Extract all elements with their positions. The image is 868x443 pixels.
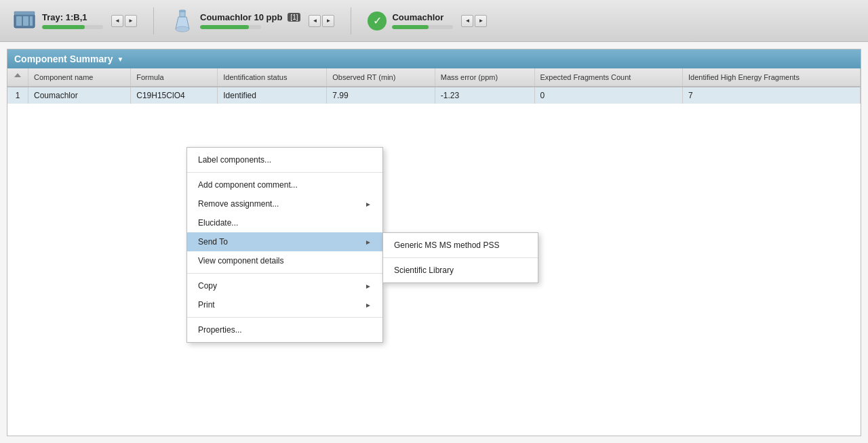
toolbar-divider-2 [351, 7, 351, 35]
sample-label: Coumachlor 10 ppb [200, 12, 282, 22]
menu-send-to-arrow: ► [365, 238, 372, 246]
row-component-name: Coumachlor [28, 87, 131, 104]
menu-generic-msms-text: Generic MS MS method PSS [394, 240, 499, 250]
menu-separator-3 [187, 317, 382, 318]
toolbar-divider-1 [153, 7, 154, 35]
col-mass-error: Mass error (ppm) [435, 68, 534, 87]
menu-separator-1 [187, 172, 382, 173]
menu-item-copy[interactable]: Copy ► [187, 276, 382, 295]
compound-label: Coumachlor [392, 12, 453, 22]
col-high-energy-fragments: Identified High Energy Fragments [683, 68, 861, 87]
menu-item-print[interactable]: Print ► [187, 295, 382, 314]
menu-send-to-text: Send To [198, 237, 228, 247]
compound-item: ✓ Coumachlor ◄ ► [362, 9, 492, 33]
compound-text: Coumachlor [392, 12, 453, 29]
submenu-separator-1 [383, 257, 538, 258]
sample-progress [200, 25, 261, 29]
menu-item-view-details[interactable]: View component details [187, 251, 382, 270]
toolbar: Tray: 1:B,1 ◄ ► Coumachlor 10 ppb [1] [0, 0, 868, 42]
compound-next-button[interactable]: ► [475, 15, 487, 27]
menu-item-add-comment[interactable]: Add component comment... [187, 175, 382, 194]
menu-item-properties[interactable]: Properties... [187, 320, 382, 339]
menu-remove-assignment-arrow: ► [365, 201, 372, 208]
main-content: Component Summary ▼ Component name Formu… [0, 42, 868, 443]
svg-rect-1 [16, 16, 22, 26]
table-header-row: Component name Formula Identification st… [7, 68, 861, 87]
sample-nav: ◄ ► [309, 15, 334, 27]
menu-label-components-text: Label components... [198, 155, 271, 165]
row-expected-fragments: 0 [534, 87, 683, 104]
compound-nav: ◄ ► [461, 15, 487, 27]
svg-point-7 [176, 26, 189, 32]
menu-print-arrow: ► [365, 301, 372, 309]
row-id-status: Identified [218, 87, 327, 104]
sample-next-button[interactable]: ► [322, 15, 334, 27]
svg-rect-2 [23, 16, 28, 26]
compound-progress-bar [392, 25, 429, 29]
sample-icon [170, 9, 195, 33]
col-expected-fragments: Expected Fragments Count [534, 68, 683, 87]
sample-prev-button[interactable]: ◄ [309, 15, 321, 27]
col-component-name: Component name [28, 68, 131, 87]
svg-rect-3 [30, 16, 33, 26]
menu-scientific-library-text: Scientific Library [394, 266, 454, 275]
row-mass-error: -1.23 [435, 87, 534, 104]
panel-header: Component Summary ▼ [7, 49, 861, 68]
col-observed-rt: Observed RT (min) [327, 68, 435, 87]
col-formula: Formula [131, 68, 218, 87]
context-menu: Label components... Add component commen… [186, 147, 383, 343]
col-id-status: Identification status [218, 68, 327, 87]
menu-properties-text: Properties... [198, 325, 242, 335]
row-num: 1 [7, 87, 28, 104]
tray-item: Tray: 1:B,1 ◄ ► [7, 6, 142, 36]
menu-item-send-to[interactable]: Send To ► Generic MS MS method PSS Scien… [187, 232, 382, 251]
menu-add-comment-text: Add component comment... [198, 180, 298, 190]
compound-prev-button[interactable]: ◄ [461, 15, 473, 27]
menu-view-details-text: View component details [198, 256, 284, 266]
menu-separator-2 [187, 273, 382, 274]
tray-text: Tray: 1:B,1 [42, 12, 103, 29]
tray-prev-button[interactable]: ◄ [111, 15, 123, 27]
tray-icon [12, 9, 37, 33]
row-formula: C19H15ClO4 [131, 87, 218, 104]
compound-check-icon: ✓ [368, 12, 387, 30]
svg-rect-8 [179, 10, 186, 12]
data-table: Component name Formula Identification st… [7, 68, 861, 104]
send-to-submenu: Generic MS MS method PSS Scientific Libr… [382, 232, 538, 283]
menu-copy-text: Copy [198, 281, 217, 291]
menu-item-elucidate[interactable]: Elucidate... [187, 213, 382, 232]
panel-title: Component Summary [14, 54, 113, 64]
col-sort [7, 68, 28, 87]
panel-dropdown-arrow[interactable]: ▼ [117, 56, 123, 63]
menu-print-text: Print [198, 300, 215, 310]
row-observed-rt: 7.99 [327, 87, 435, 104]
sample-text: Coumachlor 10 ppb [1] [200, 12, 300, 29]
svg-marker-9 [14, 73, 21, 77]
menu-item-scientific-library[interactable]: Scientific Library [383, 261, 538, 280]
sample-progress-bar [200, 25, 249, 29]
menu-elucidate-text: Elucidate... [198, 218, 238, 228]
tray-progress-bar [42, 25, 85, 29]
row-high-energy-fragments: 7 [683, 87, 861, 104]
table-row[interactable]: 1 Coumachlor C19H15ClO4 Identified 7.99 … [7, 87, 861, 104]
compound-progress [392, 25, 453, 29]
tray-next-button[interactable]: ► [125, 15, 137, 27]
tray-nav: ◄ ► [111, 15, 137, 27]
menu-item-generic-msms[interactable]: Generic MS MS method PSS [383, 236, 538, 255]
menu-copy-arrow: ► [365, 282, 372, 290]
menu-remove-assignment-text: Remove assignment... [198, 199, 279, 209]
menu-item-remove-assignment[interactable]: Remove assignment... ► [187, 194, 382, 213]
sample-item: Coumachlor 10 ppb [1] ◄ ► [165, 6, 340, 36]
tray-label: Tray: 1:B,1 [42, 12, 103, 22]
svg-rect-4 [14, 12, 35, 15]
tray-progress [42, 25, 103, 29]
menu-item-label-components[interactable]: Label components... [187, 150, 382, 169]
sample-badge: [1] [288, 13, 300, 22]
